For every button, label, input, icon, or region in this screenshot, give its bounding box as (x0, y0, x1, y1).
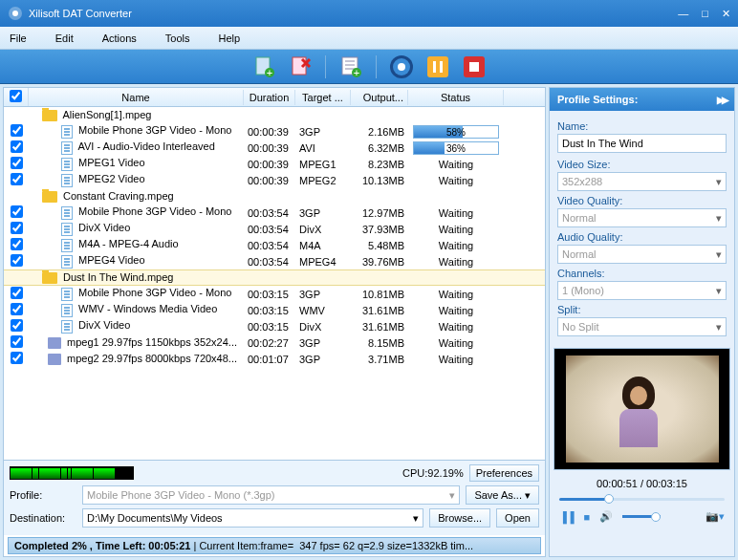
table-row[interactable]: MPEG4 Video00:03:54MPEG439.76MBWaiting (4, 253, 545, 269)
select-all-checkbox[interactable] (10, 90, 22, 102)
browse-button[interactable]: Browse... (429, 508, 490, 528)
table-row[interactable]: mpeg1 29.97fps 1150kbps 352x24...00:02:2… (4, 334, 545, 351)
video-size-select[interactable]: 352x288 (557, 172, 727, 191)
row-checkbox[interactable] (11, 157, 23, 169)
row-checkbox[interactable] (11, 319, 23, 332)
file-icon (61, 320, 73, 334)
video-preview (554, 348, 730, 470)
row-checkbox[interactable] (11, 352, 23, 364)
svg-rect-16 (433, 61, 436, 73)
destination-label: Destination: (10, 512, 76, 524)
table-row[interactable]: AlienSong[1].mpeg (4, 107, 545, 123)
channels-label: Channels: (557, 268, 727, 279)
split-select[interactable]: No Split (557, 317, 727, 336)
svg-rect-19 (469, 62, 479, 72)
properties-button[interactable]: + (337, 54, 364, 80)
volume-slider[interactable] (622, 515, 661, 518)
table-row[interactable]: DivX Video00:03:15DivX31.61MBWaiting (4, 318, 545, 334)
minimize-button[interactable]: — (678, 8, 688, 20)
row-checkbox[interactable] (11, 303, 23, 315)
file-icon (61, 174, 73, 187)
channels-select[interactable]: 1 (Mono) (557, 281, 727, 300)
col-status[interactable]: Status (408, 90, 504, 105)
audio-quality-select[interactable]: Normal (557, 245, 727, 264)
video-quality-label: Video Quality: (557, 195, 727, 206)
profile-select[interactable]: Mobile Phone 3GP Video - Mono (*.3gp)▾ (82, 485, 460, 505)
delete-button[interactable] (287, 54, 314, 80)
folder-icon (42, 110, 57, 121)
table-row[interactable]: Mobile Phone 3GP Video - Mono00:00:393GP… (4, 123, 545, 140)
col-output[interactable]: Output... (351, 90, 408, 105)
menu-actions[interactable]: Actions (102, 32, 137, 44)
file-icon (61, 255, 73, 269)
expand-icon[interactable]: ▶▶ (717, 95, 727, 105)
name-field[interactable] (557, 134, 727, 153)
svg-point-14 (398, 63, 405, 71)
app-title: Xilisoft DAT Converter (29, 8, 132, 19)
folder-icon (42, 191, 57, 203)
row-checkbox[interactable] (11, 287, 23, 299)
row-checkbox[interactable] (11, 254, 23, 267)
mpeg-icon (48, 354, 61, 365)
stop-icon[interactable]: ■ (584, 511, 591, 523)
preferences-button[interactable]: Preferences (469, 464, 539, 482)
file-icon (61, 125, 73, 139)
save-as-button[interactable]: Save As... ▾ (466, 485, 539, 505)
menu-tools[interactable]: Tools (165, 32, 190, 44)
table-row[interactable]: Mobile Phone 3GP Video - Mono00:03:543GP… (4, 205, 545, 221)
table-row[interactable]: AVI - Audio-Video Interleaved00:00:39AVI… (4, 140, 545, 156)
file-icon (61, 141, 73, 155)
profile-label: Profile: (10, 489, 76, 501)
snapshot-icon[interactable]: 📷▾ (705, 510, 725, 523)
table-row[interactable]: WMV - Windows Media Video00:03:15WMV31.6… (4, 302, 545, 318)
table-row[interactable]: MPEG1 Video00:00:39MPEG18.23MBWaiting (4, 156, 545, 172)
table-row[interactable]: Dust In The Wind.mpeg (4, 269, 545, 286)
row-checkbox[interactable] (11, 173, 23, 185)
table-row[interactable]: M4A - MPEG-4 Audio00:03:54M4A5.48MBWaiti… (4, 237, 545, 253)
table-row[interactable]: Constant Craving.mpeg (4, 188, 545, 205)
table-row[interactable]: mpeg2 29.97fps 8000kbps 720x48...00:01:0… (4, 351, 545, 367)
row-checkbox[interactable] (11, 140, 23, 153)
row-checkbox[interactable] (11, 124, 23, 137)
encode-button[interactable] (388, 54, 415, 80)
folder-icon (42, 272, 57, 284)
maximize-button[interactable]: □ (702, 8, 708, 20)
seek-slider[interactable] (559, 493, 725, 505)
col-target[interactable]: Target ... (295, 90, 351, 105)
file-icon (61, 288, 73, 301)
menu-file[interactable]: File (10, 32, 27, 44)
menu-edit[interactable]: Edit (55, 32, 74, 44)
destination-select[interactable]: D:\My Documents\My Videos▾ (82, 508, 423, 528)
row-checkbox[interactable] (11, 335, 23, 348)
row-checkbox[interactable] (11, 238, 23, 250)
pause-button[interactable] (424, 54, 451, 80)
file-list-panel: Name Duration Target ... Output... Statu… (3, 87, 546, 557)
menu-help[interactable]: Help (218, 32, 240, 44)
toolbar: + + (0, 50, 738, 84)
file-rows: AlienSong[1].mpeg Mobile Phone 3GP Video… (4, 107, 545, 460)
col-duration[interactable]: Duration (244, 90, 295, 105)
table-row[interactable]: Mobile Phone 3GP Video - Mono00:03:153GP… (4, 286, 545, 302)
split-label: Split: (557, 304, 727, 315)
row-checkbox[interactable] (11, 222, 23, 234)
cpu-meter (10, 466, 134, 480)
row-checkbox[interactable] (11, 205, 23, 218)
col-name[interactable]: Name (29, 90, 244, 105)
volume-icon[interactable]: 🔊 (599, 510, 613, 523)
app-logo-icon (8, 6, 23, 21)
file-icon (61, 223, 73, 236)
open-button[interactable]: Open (496, 508, 539, 528)
add-file-button[interactable]: + (250, 54, 277, 80)
svg-text:+: + (354, 67, 359, 78)
close-button[interactable]: ✕ (722, 8, 730, 20)
video-quality-select[interactable]: Normal (557, 208, 727, 227)
play-pause-icon[interactable]: ▐▐ (559, 511, 575, 523)
svg-rect-17 (440, 61, 443, 73)
file-icon (61, 239, 73, 252)
mpeg-icon (48, 337, 61, 349)
table-row[interactable]: MPEG2 Video00:00:39MPEG210.13MBWaiting (4, 172, 545, 188)
svg-point-1 (12, 11, 18, 16)
table-row[interactable]: DivX Video00:03:54DivX37.93MBWaiting (4, 221, 545, 237)
stop-button[interactable] (461, 54, 488, 80)
audio-quality-label: Audio Quality: (557, 231, 727, 243)
